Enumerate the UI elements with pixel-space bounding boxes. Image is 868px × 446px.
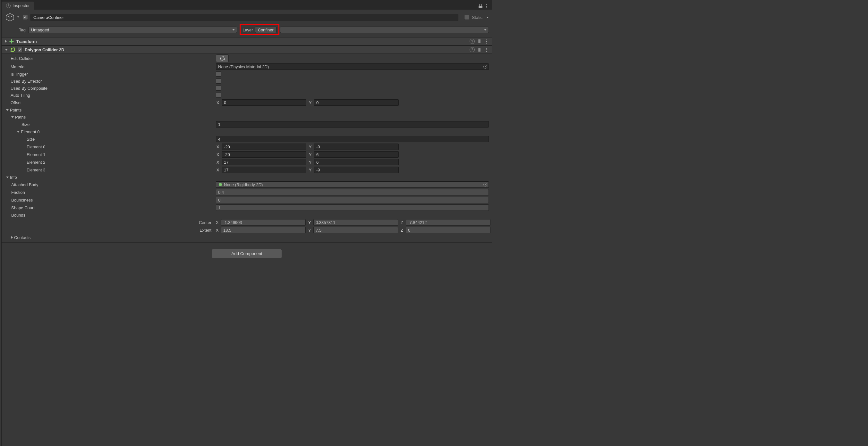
lock-icon[interactable] xyxy=(478,4,483,8)
transform-title: Transform xyxy=(17,39,468,44)
object-picker-icon[interactable] xyxy=(484,65,487,69)
offset-x-input[interactable] xyxy=(222,99,306,106)
pt3-x[interactable] xyxy=(222,167,306,173)
component-menu-icon[interactable] xyxy=(484,39,489,43)
points-label: Points xyxy=(10,108,22,112)
preset-icon[interactable] xyxy=(478,39,481,43)
icon-dropdown[interactable] xyxy=(17,16,20,19)
info-foldout[interactable] xyxy=(6,176,9,178)
element0-size-label: Size xyxy=(27,137,216,142)
extent-x: 18.5 xyxy=(221,227,306,233)
static-dropdown-arrow[interactable] xyxy=(486,16,489,18)
object-picker-icon xyxy=(484,183,487,186)
collider-header[interactable]: Polygon Collider 2D ? xyxy=(2,45,492,54)
x-label: X xyxy=(216,100,220,105)
offset-y-input[interactable] xyxy=(314,99,399,106)
attached-body-field: None (Rigidbody 2D) xyxy=(216,181,489,188)
preset-icon[interactable] xyxy=(478,48,481,52)
material-label: Material xyxy=(10,64,216,69)
element0-label: Element 0 xyxy=(21,130,40,134)
rigidbody-icon xyxy=(218,182,223,187)
pt0-y[interactable] xyxy=(314,143,399,150)
used-by-effector-checkbox[interactable] xyxy=(216,78,221,83)
collider-foldout[interactable] xyxy=(5,49,8,50)
extent-y: 7.5 xyxy=(313,227,398,233)
pt3-y[interactable] xyxy=(314,167,399,173)
friction-label: Friction xyxy=(11,190,216,195)
extent-label: Extent xyxy=(5,228,215,233)
edit-collider-button[interactable] xyxy=(216,55,229,62)
gameobject-icon[interactable] xyxy=(5,12,15,23)
transform-icon xyxy=(9,38,14,44)
context-menu-icon[interactable] xyxy=(484,4,489,8)
bounciness-label: Bounciness xyxy=(11,198,216,203)
pt1-label: Element 1 xyxy=(27,152,216,157)
shape-count-label: Shape Count xyxy=(11,205,216,210)
inspector-panel: i Inspector Static Tag Untagged xyxy=(1,0,492,446)
component-menu-icon[interactable] xyxy=(484,48,489,52)
used-by-composite-checkbox[interactable] xyxy=(216,85,221,91)
polygon-collider-icon xyxy=(10,47,16,53)
center-y: 0.3357811 xyxy=(313,219,398,226)
help-icon[interactable]: ? xyxy=(470,39,475,44)
material-field[interactable]: None (Physics Material 2D) xyxy=(216,63,489,70)
tag-dropdown[interactable]: Untagged xyxy=(28,27,237,33)
object-name-input[interactable] xyxy=(30,14,458,21)
edit-collider-label: Edit Collider xyxy=(10,56,216,61)
inspector-icon: i xyxy=(6,3,10,8)
pt2-y[interactable] xyxy=(314,159,399,165)
bounciness-value: 0 xyxy=(216,197,489,203)
inspector-tab[interactable]: i Inspector xyxy=(2,2,34,10)
paths-foldout[interactable] xyxy=(11,116,14,118)
layer-label: Layer xyxy=(243,28,253,32)
pt1-x[interactable] xyxy=(222,151,306,158)
layer-dropdown[interactable] xyxy=(280,27,489,33)
paths-size-label: Size xyxy=(22,122,216,127)
info-label: Info xyxy=(10,175,17,180)
pt3-label: Element 3 xyxy=(27,168,216,172)
layer-highlight: Layer Confiner xyxy=(240,24,279,35)
tag-label: Tag xyxy=(19,28,26,32)
collider-title: Polygon Collider 2D xyxy=(25,47,468,52)
collider-enabled-checkbox[interactable] xyxy=(18,47,23,52)
paths-size-input[interactable] xyxy=(216,121,489,128)
friction-value: 0.4 xyxy=(216,189,489,196)
tab-label: Inspector xyxy=(12,3,30,8)
object-header: Static Tag Untagged Layer Confiner xyxy=(2,10,492,37)
y-label: Y xyxy=(308,100,312,105)
static-label: Static xyxy=(472,15,483,20)
center-z: -7.844212 xyxy=(406,219,491,226)
auto-tiling-label: Auto Tiling xyxy=(10,93,216,98)
tab-bar: i Inspector xyxy=(2,0,492,10)
enabled-checkbox[interactable] xyxy=(23,15,28,20)
contacts-label: Contacts xyxy=(14,235,30,240)
center-x: -1.349903 xyxy=(221,219,306,226)
points-foldout[interactable] xyxy=(6,109,9,111)
shape-count-value: 1 xyxy=(216,204,489,211)
layer-value-box: Confiner xyxy=(255,27,277,33)
center-label: Center xyxy=(5,220,215,225)
element0-size-input[interactable] xyxy=(216,136,489,142)
paths-label: Paths xyxy=(15,115,26,119)
pt2-label: Element 2 xyxy=(27,160,216,165)
static-checkbox[interactable] xyxy=(464,15,469,20)
pt1-y[interactable] xyxy=(314,151,399,158)
transform-header[interactable]: Transform ? xyxy=(2,37,492,45)
element0-foldout[interactable] xyxy=(17,131,20,133)
used-by-effector-label: Used By Effector xyxy=(10,79,216,83)
svg-point-0 xyxy=(219,183,222,186)
used-by-composite-label: Used By Composite xyxy=(10,86,216,91)
help-icon[interactable]: ? xyxy=(470,47,475,52)
pt0-label: Element 0 xyxy=(27,144,216,149)
contacts-foldout[interactable] xyxy=(11,236,13,239)
bounds-label: Bounds xyxy=(11,213,216,217)
offset-label: Offset xyxy=(10,100,216,105)
is-trigger-checkbox[interactable] xyxy=(216,71,221,76)
pt2-x[interactable] xyxy=(222,159,306,165)
transform-foldout[interactable] xyxy=(5,40,7,43)
is-trigger-label: Is Trigger xyxy=(10,72,216,76)
pt0-x[interactable] xyxy=(222,143,306,150)
attached-body-label: Attached Body xyxy=(11,182,216,187)
auto-tiling-checkbox[interactable] xyxy=(216,93,221,98)
add-component-button[interactable]: Add Component xyxy=(212,249,282,258)
